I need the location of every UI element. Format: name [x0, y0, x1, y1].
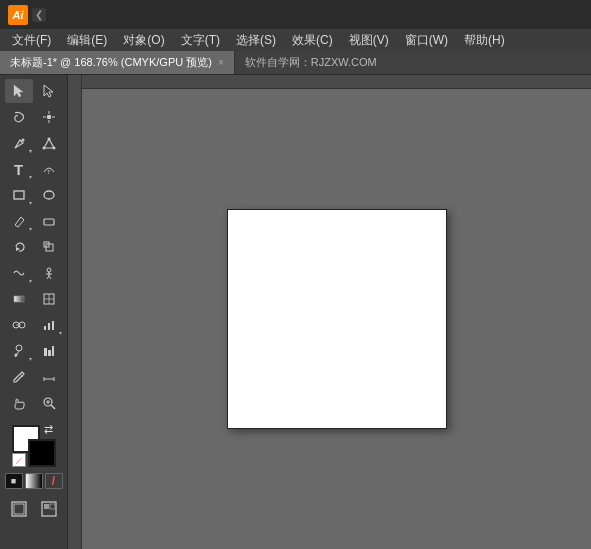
- pen-tool-arrow: ▾: [29, 147, 32, 154]
- hand-tool[interactable]: [5, 391, 33, 415]
- tab-label: 未标题-1* @ 168.76% (CMYK/GPU 预览): [10, 55, 212, 70]
- menu-item-text[interactable]: 文字(T): [173, 30, 228, 51]
- svg-point-9: [42, 147, 45, 150]
- menu-item-edit[interactable]: 编辑(E): [59, 30, 115, 51]
- svg-point-8: [47, 138, 50, 141]
- svg-point-34: [16, 345, 22, 351]
- svg-rect-48: [14, 504, 24, 514]
- tool-row-lasso: [0, 105, 67, 129]
- svg-rect-32: [48, 323, 50, 330]
- blend-tool[interactable]: [5, 313, 33, 337]
- svg-point-10: [52, 147, 55, 150]
- gradient-button[interactable]: ◫: [25, 473, 43, 489]
- svg-rect-36: [44, 348, 47, 356]
- warp-tool[interactable]: ▾: [5, 261, 33, 285]
- canvas-content: [82, 89, 591, 549]
- tab-close-button[interactable]: ×: [218, 58, 224, 68]
- svg-rect-50: [44, 504, 49, 509]
- warp-tool-arrow: ▾: [29, 277, 32, 284]
- symbol-sprayer-tool[interactable]: ▾: [5, 339, 33, 363]
- menu-item-select[interactable]: 选择(S): [228, 30, 284, 51]
- extra-tab-label: 软件自学网：RJZXW.COM: [237, 51, 385, 74]
- menu-bar: 文件(F)编辑(E)对象(O)文字(T)选择(S)效果(C)视图(V)窗口(W)…: [0, 29, 591, 51]
- sidebar: ▾ ▾ T ▾ T ▾: [0, 75, 68, 549]
- svg-rect-31: [44, 326, 46, 330]
- chart-tool[interactable]: ▾: [35, 313, 63, 337]
- column-graph-tool[interactable]: [35, 339, 63, 363]
- svg-rect-12: [14, 191, 24, 199]
- svg-point-7: [21, 139, 24, 142]
- mesh-tool[interactable]: [35, 287, 63, 311]
- svg-marker-0: [14, 85, 23, 97]
- screen-mode-button[interactable]: [5, 497, 33, 521]
- ruler-top: [68, 75, 591, 89]
- rect-tool-arrow: ▾: [29, 199, 32, 206]
- tool-row-pencil: ▾: [0, 209, 67, 233]
- tool-row-hand: [0, 391, 67, 415]
- none-button[interactable]: /: [45, 473, 63, 489]
- svg-point-35: [14, 354, 17, 357]
- eraser-tool[interactable]: [35, 209, 63, 233]
- active-tab[interactable]: 未标题-1* @ 168.76% (CMYK/GPU 预览) ×: [0, 51, 235, 74]
- svg-rect-37: [48, 350, 51, 356]
- svg-line-23: [49, 276, 51, 279]
- gradient-tool[interactable]: [5, 287, 33, 311]
- chart-tool-arrow: ▾: [59, 329, 62, 336]
- lasso-tool[interactable]: [5, 105, 33, 129]
- tool-row-rotate: [0, 235, 67, 259]
- none-color-icon[interactable]: ⟋: [12, 453, 26, 467]
- menu-item-effect[interactable]: 效果(C): [284, 30, 341, 51]
- stroke-swatch[interactable]: [28, 439, 56, 467]
- tab-bar: 未标题-1* @ 168.76% (CMYK/GPU 预览) × 软件自学网：R…: [0, 51, 591, 75]
- zoom-tool[interactable]: [35, 391, 63, 415]
- pencil-tool[interactable]: ▾: [5, 209, 33, 233]
- pen-tool[interactable]: ▾ ▾: [5, 131, 33, 155]
- svg-point-19: [47, 268, 51, 272]
- menu-item-file[interactable]: 文件(F): [4, 30, 59, 51]
- ellipse-tool[interactable]: [35, 183, 63, 207]
- anchor-tool[interactable]: [35, 131, 63, 155]
- view-mode-button[interactable]: [35, 497, 63, 521]
- svg-rect-51: [50, 504, 55, 509]
- scale-tool[interactable]: [35, 235, 63, 259]
- tool-row-warp: ▾: [0, 261, 67, 285]
- tool-row-pen: ▾ ▾: [0, 131, 67, 155]
- app-logo-text: Ai: [13, 9, 24, 21]
- tool-row-rect: ▾: [0, 183, 67, 207]
- canvas-area: [68, 75, 591, 549]
- type-tool[interactable]: T ▾: [5, 157, 33, 181]
- svg-rect-15: [44, 219, 54, 225]
- sidebar-bottom: [5, 497, 63, 521]
- svg-rect-33: [52, 321, 54, 330]
- menu-item-help[interactable]: 帮助(H): [456, 30, 513, 51]
- title-bar: Ai ❮: [0, 0, 591, 29]
- puppet-tool[interactable]: [35, 261, 63, 285]
- svg-rect-6: [47, 115, 51, 119]
- magic-wand-tool[interactable]: [35, 105, 63, 129]
- solid-color-button[interactable]: ■: [5, 473, 23, 489]
- rect-tool[interactable]: ▾: [5, 183, 33, 207]
- direct-select-tool[interactable]: [35, 79, 63, 103]
- artboard: [227, 209, 447, 429]
- eyedropper-tool[interactable]: [5, 365, 33, 389]
- nav-arrow-left[interactable]: ❮: [32, 8, 46, 22]
- svg-line-14: [21, 217, 24, 220]
- svg-marker-16: [16, 247, 20, 251]
- menu-item-window[interactable]: 窗口(W): [397, 30, 456, 51]
- symbol-tool-arrow: ▾: [29, 355, 32, 362]
- measure-tool[interactable]: [35, 365, 63, 389]
- type-path-tool[interactable]: T: [35, 157, 63, 181]
- ruler-left: [68, 75, 82, 549]
- svg-rect-38: [52, 346, 54, 356]
- svg-marker-1: [44, 85, 53, 97]
- svg-text:T: T: [47, 169, 51, 175]
- menu-item-view[interactable]: 视图(V): [341, 30, 397, 51]
- menu-item-object[interactable]: 对象(O): [115, 30, 172, 51]
- swap-colors-icon[interactable]: ⇄: [44, 423, 58, 437]
- rotate-tool[interactable]: [5, 235, 33, 259]
- pencil-tool-arrow: ▾: [29, 225, 32, 232]
- stroke-fill-container: ⇄ ⟋: [12, 425, 56, 467]
- select-tool[interactable]: [5, 79, 33, 103]
- tool-row-type: T ▾ T: [0, 157, 67, 181]
- color-area: ⇄ ⟋ ■ ◫ /: [0, 421, 67, 493]
